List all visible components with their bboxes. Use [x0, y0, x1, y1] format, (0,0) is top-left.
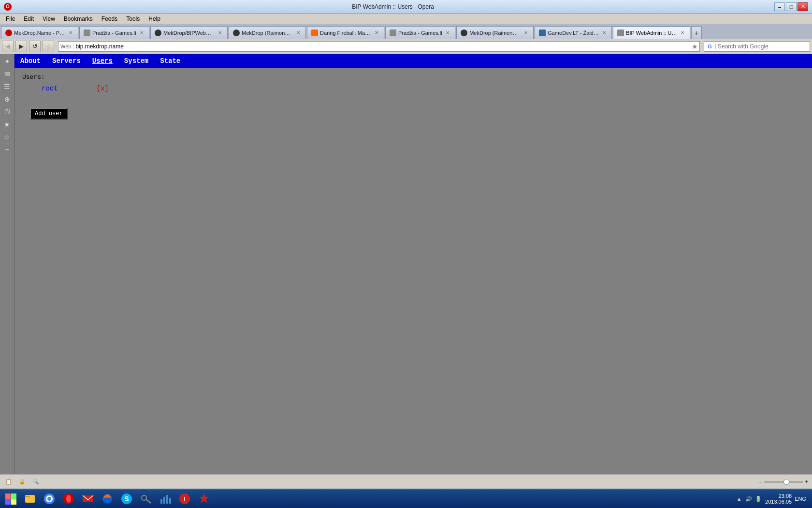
sidebar-icon-speed-dial[interactable]: ✦: [2, 56, 13, 67]
menu-help[interactable]: Help: [145, 15, 164, 23]
tab-pradzia2[interactable]: Pradžia - Games.lt ✕: [385, 26, 455, 39]
search-icon: 🔍: [31, 477, 41, 487]
sidebar-icon-feeds[interactable]: ☰: [2, 81, 13, 92]
zoom-out-icon[interactable]: –: [759, 478, 762, 485]
taskbar-app-skype[interactable]: S: [118, 491, 135, 507]
sidebar-icon-mail[interactable]: ✉: [2, 69, 13, 79]
tab-daring[interactable]: Daring Fireball: Markdo... ✕: [307, 26, 384, 39]
webpage-nav-system[interactable]: System: [122, 56, 150, 66]
menu-edit[interactable]: Edit: [20, 15, 38, 23]
menu-view[interactable]: View: [39, 15, 59, 23]
home-button[interactable]: ⌂: [43, 41, 54, 52]
menu-file[interactable]: File: [2, 15, 19, 23]
user-delete-root[interactable]: [x]: [97, 85, 109, 92]
back-button[interactable]: ◀: [2, 41, 14, 52]
taskbar-app-files[interactable]: [21, 491, 39, 507]
title-bar-left: O: [4, 3, 12, 11]
tab-label-piwik: MekDrop.Name - Piwik...: [14, 30, 65, 36]
svg-line-16: [146, 499, 151, 503]
add-user-button[interactable]: Add user: [30, 108, 68, 120]
tab-github-bip[interactable]: MekDrop/BIPWebAdm... ✕: [150, 26, 228, 39]
tab-close-github-r[interactable]: ✕: [295, 30, 302, 36]
bookmark-star-icon[interactable]: ★: [690, 43, 699, 50]
tab-bar: MekDrop.Name - Piwik... ✕ Pradžia - Game…: [0, 24, 812, 39]
tray-battery-icon: 🔋: [754, 495, 762, 503]
taskbar-app-opera[interactable]: [60, 491, 77, 507]
svg-rect-5: [25, 496, 30, 497]
tab-close-github-r2[interactable]: ✕: [522, 30, 529, 36]
address-input[interactable]: [73, 43, 690, 50]
opera-icon: O: [4, 3, 12, 11]
tab-gamedev[interactable]: GameDev.LT - Žaidimu... ✕: [535, 26, 612, 39]
minimize-button[interactable]: –: [774, 2, 785, 11]
webpage-nav-state[interactable]: State: [158, 56, 182, 66]
tab-bip[interactable]: BIP WebAdmin :: Users ✕: [613, 26, 690, 39]
webpage-nav-about[interactable]: About: [18, 56, 43, 66]
security-icon: 🔒: [17, 477, 27, 487]
svg-marker-23: [199, 493, 209, 503]
zoom-control: – +: [759, 478, 808, 485]
tab-close-bip[interactable]: ✕: [679, 30, 686, 36]
sidebar-icon-history[interactable]: ⏱: [2, 106, 13, 117]
taskbar-apps: S !: [21, 491, 733, 507]
sidebar-icon-bookmarks2[interactable]: ☆: [2, 132, 13, 142]
taskbar-app-mail[interactable]: [79, 491, 97, 507]
main-content: About Servers Users System State Users: …: [14, 54, 812, 474]
tab-favicon-github-bip: [155, 30, 161, 36]
menu-bookmarks[interactable]: Bookmarks: [60, 15, 97, 23]
google-search-icon: G: [704, 44, 716, 49]
sidebar-icon-sync[interactable]: ⊕: [2, 94, 13, 105]
svg-rect-19: [166, 495, 168, 504]
sidebar-icon-add[interactable]: +: [2, 144, 13, 155]
page-content: Users: root [x] Add user: [14, 68, 812, 125]
tab-github-r2[interactable]: MekDrop (Raimondas) ✕: [456, 26, 534, 39]
nav-bar: ◀ ▶ ↺ ⌂ Web ★ G: [0, 39, 812, 54]
menu-tools[interactable]: Tools: [122, 15, 144, 23]
taskbar-app-chrome[interactable]: [41, 491, 58, 507]
tab-label-github-r: MekDrop (Raimondas): [242, 30, 293, 36]
taskbar-app-key[interactable]: [137, 491, 155, 507]
svg-text:S: S: [124, 495, 129, 503]
webpage-nav-users[interactable]: Users: [90, 56, 115, 66]
tab-favicon-bip: [617, 30, 624, 36]
search-bar[interactable]: G: [704, 41, 810, 52]
address-bar[interactable]: Web ★: [58, 41, 700, 52]
tab-favicon-daring: [311, 30, 318, 36]
zoom-in-icon[interactable]: +: [805, 478, 808, 485]
new-tab-button[interactable]: +: [691, 26, 702, 39]
tray-volume-icon: 🔊: [745, 495, 753, 503]
maximize-button[interactable]: □: [786, 2, 797, 11]
zoom-slider[interactable]: [764, 481, 803, 483]
tab-piwik[interactable]: MekDrop.Name - Piwik... ✕: [1, 26, 78, 39]
tab-pradzia1[interactable]: Pradžia - Games.lt ✕: [79, 26, 149, 39]
taskbar-app-red[interactable]: !: [176, 491, 193, 507]
webpage-nav-servers[interactable]: Servers: [50, 56, 83, 66]
page-icon: 📋: [4, 477, 14, 487]
start-button[interactable]: [2, 491, 19, 507]
tab-label-github-r2: MekDrop (Raimondas): [469, 30, 521, 36]
taskbar-app-stats[interactable]: [157, 491, 174, 507]
taskbar-app-plugin[interactable]: [195, 491, 213, 507]
close-button[interactable]: ✕: [798, 2, 808, 11]
tab-close-daring[interactable]: ✕: [373, 30, 380, 36]
sidebar-icon-bookmarks[interactable]: ★: [2, 119, 13, 130]
status-left: 📋 🔒 🔍: [4, 477, 41, 487]
search-input[interactable]: [716, 43, 810, 50]
svg-point-15: [142, 495, 146, 500]
tray-network-icon: ▲: [735, 495, 743, 503]
tab-github-r[interactable]: MekDrop (Raimondas) ✕: [229, 26, 306, 39]
svg-rect-18: [163, 497, 165, 504]
tab-close-github-bip[interactable]: ✕: [217, 30, 223, 36]
reload-button[interactable]: ↺: [29, 41, 41, 52]
clock-area: 23:08 2013.06.05: [765, 493, 792, 505]
user-name-root[interactable]: root: [42, 85, 58, 92]
forward-button[interactable]: ▶: [15, 41, 27, 52]
status-right: – +: [759, 478, 808, 485]
menu-feeds[interactable]: Feeds: [98, 15, 121, 23]
tab-close-piwik[interactable]: ✕: [67, 30, 74, 36]
tab-label-pradzia2: Pradžia - Games.lt: [398, 30, 442, 36]
tab-close-gamedev[interactable]: ✕: [601, 30, 608, 36]
taskbar-app-firefox[interactable]: [99, 491, 116, 507]
tab-close-pradzia2[interactable]: ✕: [444, 30, 451, 36]
tab-close-pradzia1[interactable]: ✕: [138, 30, 145, 36]
